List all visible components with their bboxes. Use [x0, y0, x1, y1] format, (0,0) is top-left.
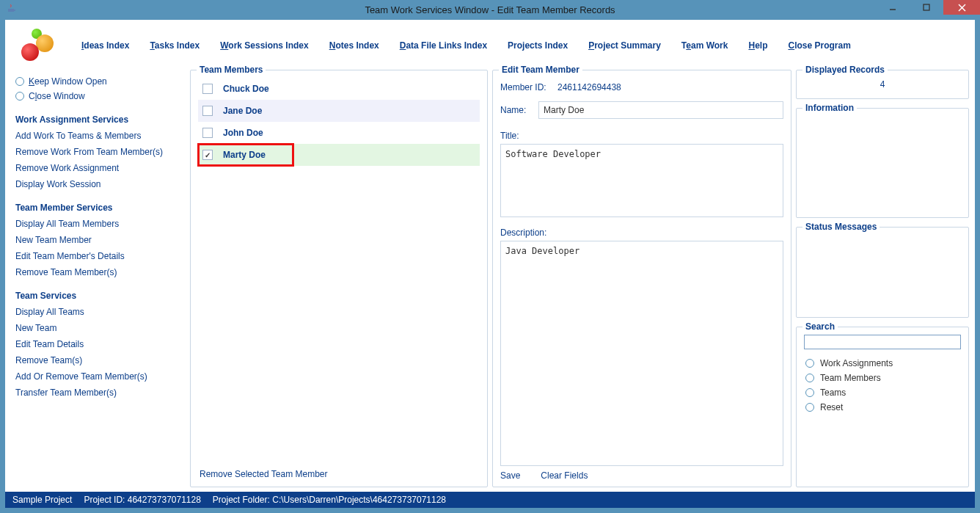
keep-window-open-radio[interactable]: Keep Window Open [15, 76, 181, 87]
heading-work-assignment-services: Work Assignment Services [15, 114, 181, 125]
checkbox-icon[interactable] [202, 106, 213, 116]
member-row[interactable]: John Doe [198, 122, 480, 144]
radio-icon [15, 92, 24, 101]
displayed-records-value: 4 [804, 78, 961, 92]
name-label: Name: [500, 105, 538, 115]
radio-icon [805, 388, 814, 397]
title-label: Title: [500, 131, 557, 141]
heading-team-member-services: Team Member Services [15, 203, 181, 213]
menu-work-sessions-index[interactable]: Work Sessions Index [220, 40, 309, 51]
member-name: Chuck Doe [223, 84, 269, 94]
link-edit-member-details[interactable]: Edit Team Member's Details [15, 251, 181, 261]
link-remove-work-assignment[interactable]: Remove Work Assignment [15, 163, 181, 173]
status-project-name: Sample Project [12, 495, 72, 505]
radio-icon [805, 359, 814, 368]
link-display-all-teams[interactable]: Display All Teams [15, 307, 181, 317]
top-bar: Ideas Index Tasks Index Work Sessions In… [5, 20, 975, 70]
menu-close-program[interactable]: Close Program [788, 40, 850, 51]
member-row-selected[interactable]: ✓ Marty Doe [198, 144, 293, 166]
sidebar: Keep Window Open Close Window Work Assig… [11, 70, 186, 492]
menu-project-summary[interactable]: Project Summary [588, 40, 661, 51]
heading-team-services: Team Services [15, 291, 181, 301]
description-label: Description: [500, 228, 557, 238]
menu-bar: Ideas Index Tasks Index Work Sessions In… [81, 40, 965, 51]
window-buttons [876, 0, 980, 15]
member-row[interactable]: Jane Doe [198, 100, 480, 122]
search-option-work-assignments[interactable]: Work Assignments [805, 358, 959, 368]
search-panel: Search Work Assignments Team Members Tea… [796, 327, 969, 487]
checkbox-icon[interactable]: ✓ [202, 150, 213, 160]
member-name: Marty Doe [223, 150, 266, 160]
name-input[interactable] [538, 101, 783, 119]
description-textarea[interactable] [500, 241, 783, 466]
edit-team-member-panel: Edit Team Member Member ID: 246114269443… [492, 70, 791, 487]
clear-fields-button[interactable]: Clear Fields [541, 470, 588, 481]
search-option-team-members[interactable]: Team Members [805, 373, 959, 383]
displayed-records-legend: Displayed Records [802, 65, 888, 75]
link-remove-teams[interactable]: Remove Team(s) [15, 355, 181, 365]
search-input[interactable] [804, 335, 961, 349]
team-members-legend: Team Members [197, 65, 266, 75]
member-name: John Doe [223, 128, 263, 138]
link-edit-team-details[interactable]: Edit Team Details [15, 339, 181, 349]
link-new-team[interactable]: New Team [15, 323, 181, 333]
member-id-label: Member ID: [500, 82, 557, 92]
menu-projects-index[interactable]: Projects Index [508, 40, 568, 51]
link-remove-members[interactable]: Remove Team Member(s) [15, 267, 181, 277]
link-transfer-members[interactable]: Transfer Team Member(s) [15, 388, 181, 398]
minimize-button[interactable] [876, 0, 910, 15]
team-members-list: Chuck Doe Jane Doe John Doe ✓ [198, 78, 480, 466]
link-new-team-member[interactable]: New Team Member [15, 235, 181, 245]
close-button[interactable] [943, 0, 980, 15]
information-legend: Information [802, 103, 857, 113]
information-panel: Information [796, 108, 969, 218]
remove-selected-member-button[interactable]: Remove Selected Team Member [200, 469, 480, 479]
status-project-folder: Project Folder: C:\Users\Darren\Projects… [213, 495, 446, 505]
titlebar: Team Work Services Window - Edit Team Me… [0, 0, 980, 20]
close-window-radio[interactable]: Close Window [15, 91, 181, 101]
search-option-teams[interactable]: Teams [805, 388, 959, 398]
team-members-panel: Team Members Chuck Doe Jane Doe John Doe [190, 70, 488, 487]
edit-team-member-legend: Edit Team Member [499, 65, 582, 75]
title-textarea[interactable] [500, 144, 783, 217]
link-add-work[interactable]: Add Work To Teams & Members [15, 131, 181, 141]
link-display-work-session[interactable]: Display Work Session [15, 179, 181, 189]
menu-notes-index[interactable]: Notes Index [329, 40, 379, 51]
menu-tasks-index[interactable]: Tasks Index [150, 40, 200, 51]
status-project-id: Project ID: 464273737071128 [84, 495, 200, 505]
search-option-reset[interactable]: Reset [805, 402, 959, 412]
radio-icon [15, 77, 24, 86]
status-bar: Sample Project Project ID: 4642737370711… [5, 492, 975, 508]
search-legend: Search [802, 321, 838, 332]
checkbox-icon[interactable] [202, 84, 213, 94]
radio-icon [805, 374, 814, 382]
save-button[interactable]: Save [500, 470, 520, 481]
member-id-value: 2461142694438 [557, 82, 621, 92]
checkbox-icon[interactable] [202, 128, 213, 138]
app-logo-icon [15, 27, 59, 64]
member-row[interactable]: Chuck Doe [198, 78, 480, 100]
displayed-records-panel: Displayed Records 4 [796, 70, 969, 99]
status-messages-legend: Status Messages [802, 222, 880, 232]
menu-help[interactable]: Help [748, 40, 767, 51]
member-name: Jane Doe [223, 106, 262, 116]
window-title: Team Work Services Window - Edit Team Me… [0, 4, 980, 15]
menu-ideas-index[interactable]: Ideas Index [81, 40, 129, 51]
svg-rect-3 [924, 4, 929, 10]
radio-icon [805, 403, 814, 412]
menu-data-file-links-index[interactable]: Data File Links Index [400, 40, 487, 51]
menu-team-work[interactable]: Team Work [681, 40, 728, 51]
link-add-remove-members[interactable]: Add Or Remove Team Member(s) [15, 371, 181, 382]
link-display-all-members[interactable]: Display All Team Members [15, 219, 181, 229]
status-messages-panel: Status Messages [796, 227, 969, 318]
link-remove-work-member[interactable]: Remove Work From Team Member(s) [15, 147, 181, 157]
maximize-button[interactable] [910, 0, 943, 15]
